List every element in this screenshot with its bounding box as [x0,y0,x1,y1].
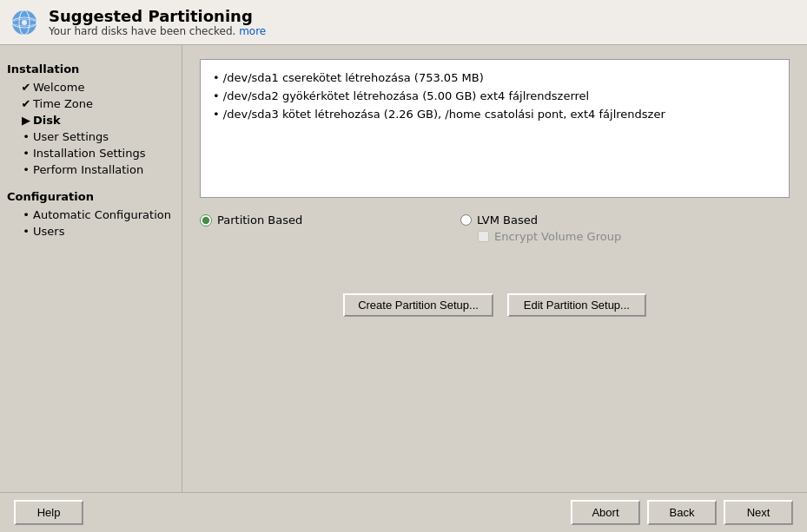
sidebar-item-automatic-configuration[interactable]: • Automatic Configuration [7,207,175,223]
bottom-bar-right: Abort Back Next [571,500,793,525]
page-title: Suggested Partitioning [49,7,266,25]
configuration-section-title: Configuration [7,190,175,203]
main-layout: Installation ✔ Welcome ✔ Time Zone ▶ Dis… [0,45,807,492]
timezone-prefix: ✔ [19,97,33,110]
sidebar-item-user-settings[interactable]: • User Settings [7,128,175,145]
sidebar-item-label: Installation Settings [33,147,145,160]
partition-info-box: /dev/sda1 cserekötet létrehozása (753.05… [200,59,790,198]
partition-based-radio[interactable] [200,214,212,227]
sidebar-item-users[interactable]: • Users [7,223,175,240]
sidebar-item-perform-installation[interactable]: • Perform Installation [7,161,175,178]
sidebar-item-label: Automatic Configuration [33,208,171,221]
partition-line-2: /dev/sda2 gyökérkötet létrehozása (5.00 … [213,87,777,105]
more-link[interactable]: more [239,25,266,37]
sidebar-item-disk[interactable]: ▶ Disk [7,112,175,128]
users-prefix: • [19,225,33,238]
action-buttons: Create Partition Setup... Edit Partition… [200,293,790,317]
sidebar-item-installation-settings[interactable]: • Installation Settings [7,145,175,161]
header: Suggested Partitioning Your hard disks h… [0,0,807,45]
disk-prefix: ▶ [19,114,33,127]
sidebar-item-welcome[interactable]: ✔ Welcome [7,79,175,95]
installation-section-title: Installation [7,62,175,76]
abort-button[interactable]: Abort [571,500,640,525]
partition-line-1: /dev/sda1 cserekötet létrehozása (753.05… [213,69,777,87]
auto-config-prefix: • [19,208,33,221]
lvm-based-label: LVM Based [477,213,538,227]
partition-based-option[interactable]: Partition Based [200,213,460,227]
perform-installation-prefix: • [19,163,33,176]
lvm-top: LVM Based [460,213,621,227]
lvm-based-radio[interactable] [460,214,472,226]
svg-point-3 [22,20,27,25]
app-icon [10,9,38,36]
sidebar-item-label: User Settings [33,130,109,143]
help-button[interactable]: Help [14,500,83,525]
sidebar-item-label: Welcome [33,81,84,94]
partition-line-3: /dev/sda3 kötet létrehozása (2.26 GB), /… [213,105,777,123]
header-subtitle: Your hard disks have been checked. more [49,25,266,37]
welcome-prefix: ✔ [19,81,33,94]
content-area: /dev/sda1 cserekötet létrehozása (753.05… [182,45,807,492]
encrypt-checkbox[interactable] [478,231,489,242]
create-partition-button[interactable]: Create Partition Setup... [343,293,493,317]
header-text: Suggested Partitioning Your hard disks h… [49,7,266,37]
bottom-bar-left: Help [14,500,83,525]
lvm-group: LVM Based Encrypt Volume Group [460,213,621,243]
sidebar-item-label: Time Zone [33,97,93,110]
sidebar-item-timezone[interactable]: ✔ Time Zone [7,95,175,112]
sidebar-item-label: Disk [33,114,61,127]
partition-list: /dev/sda1 cserekötet létrehozása (753.05… [213,69,777,123]
back-button[interactable]: Back [647,500,717,525]
bottom-bar: Help Abort Back Next [0,492,807,532]
sidebar-item-label: Perform Installation [33,163,143,176]
sidebar: Installation ✔ Welcome ✔ Time Zone ▶ Dis… [0,45,182,492]
partition-type-group: Partition Based LVM Based Encrypt Volume… [200,210,790,246]
sidebar-item-label: Users [33,225,64,238]
installation-settings-prefix: • [19,147,33,160]
encrypt-option[interactable]: Encrypt Volume Group [478,230,621,243]
edit-partition-button[interactable]: Edit Partition Setup... [507,293,646,317]
encrypt-label: Encrypt Volume Group [494,230,621,243]
next-button[interactable]: Next [724,500,793,525]
partition-based-label: Partition Based [217,213,302,227]
user-settings-prefix: • [19,130,33,143]
